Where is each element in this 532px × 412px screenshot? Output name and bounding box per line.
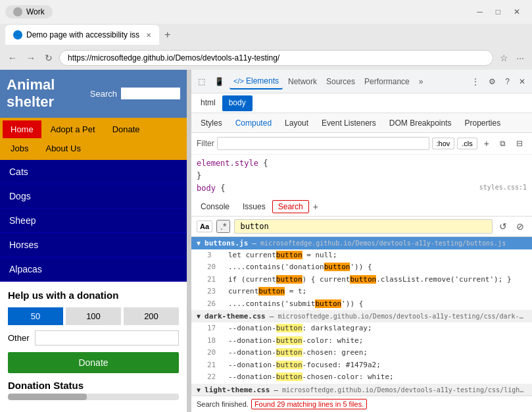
- line-number: 3: [207, 250, 223, 261]
- donation-status-title: Donation Status: [8, 380, 179, 391]
- search-refresh-btn[interactable]: ↺: [496, 220, 510, 233]
- panel-tab-computed[interactable]: Computed: [229, 116, 278, 130]
- animal-list-item[interactable]: Horses: [0, 233, 187, 257]
- result-line[interactable]: 21--donation-button-focused: #1479a2;: [191, 359, 532, 372]
- search-results[interactable]: ▼buttons.js — microsoftedge.github.io/De…: [191, 237, 532, 396]
- task-label: Work: [26, 7, 45, 16]
- nav-about-btn[interactable]: About Us: [37, 140, 88, 157]
- filter-bar: Filter :hov .cls + ⧉ ⊟: [191, 133, 532, 155]
- new-console-tab-btn[interactable]: +: [309, 200, 322, 213]
- line-number: 21: [207, 360, 223, 371]
- search-clear-btn[interactable]: ⊘: [514, 220, 527, 233]
- amount-btn[interactable]: 100: [66, 307, 121, 325]
- other-amount-input[interactable]: [35, 330, 179, 346]
- panel-tab-dom-breakpoints[interactable]: DOM Breakpoints: [383, 116, 458, 130]
- inspect-btn[interactable]: ⬚: [194, 74, 209, 89]
- devtools-toolbar: ⬚ 📱 </> Elements Network Sources Perform…: [191, 70, 532, 93]
- panel-tab-event-listeners[interactable]: Event Listeners: [315, 116, 383, 130]
- animal-list-item[interactable]: Sheep: [0, 209, 187, 233]
- star-btn[interactable]: ☆: [497, 51, 511, 64]
- filter-cls-btn[interactable]: .cls: [457, 138, 477, 149]
- new-tab-btn[interactable]: +: [159, 29, 176, 41]
- panel-tab-properties[interactable]: Properties: [458, 116, 508, 130]
- search-query-input[interactable]: [234, 219, 493, 234]
- panel-tab-layout[interactable]: Layout: [278, 116, 315, 130]
- browser-tab[interactable]: Demo page with accessibility iss ✕: [5, 25, 159, 45]
- animal-list-item[interactable]: Dogs: [0, 184, 187, 209]
- result-line[interactable]: 26....contains('submitbutton')) {: [191, 298, 532, 311]
- address-input[interactable]: [59, 50, 493, 66]
- forward-btn[interactable]: →: [24, 51, 38, 64]
- filter-pseudo-btn[interactable]: :hov: [432, 138, 455, 149]
- sources-tab-btn[interactable]: Sources: [322, 74, 359, 90]
- more-tools-btn[interactable]: »: [415, 74, 427, 90]
- tab-close-icon[interactable]: ✕: [146, 32, 151, 39]
- console-tab[interactable]: Console: [194, 199, 236, 214]
- performance-tab-btn[interactable]: Performance: [360, 74, 414, 90]
- html-breadcrumb[interactable]: html: [194, 95, 222, 111]
- issues-tab[interactable]: Issues: [236, 199, 272, 214]
- task-pill[interactable]: Work: [5, 5, 53, 18]
- body-breadcrumb[interactable]: body: [222, 95, 253, 111]
- search-finished-text: Search finished.: [197, 400, 249, 408]
- back-btn[interactable]: ←: [5, 51, 20, 64]
- minimize-btn[interactable]: ─: [470, 5, 489, 19]
- line-content: --donation-button-chosen-color: white;: [228, 372, 527, 383]
- body-selector-line: body { styles.css:1: [197, 182, 527, 195]
- result-line[interactable]: 3let currentbutton = null;: [191, 249, 532, 262]
- help-btn[interactable]: ?: [501, 74, 514, 89]
- result-line[interactable]: 20....contains('donationbutton')) {: [191, 261, 532, 274]
- result-line[interactable]: 20--donation-button-chosen: green;: [191, 347, 532, 359]
- demo-nav: Home Adopt a Pet Donate Jobs About Us: [0, 118, 187, 160]
- result-line[interactable]: 23currentbutton = t;: [191, 286, 532, 298]
- donation-scrollbar[interactable]: [8, 394, 179, 400]
- nav-jobs-btn[interactable]: Jobs: [3, 140, 36, 157]
- amount-btn[interactable]: 200: [124, 307, 179, 325]
- settings-btn[interactable]: ⚙: [485, 74, 500, 89]
- group-filename: light-theme.css: [205, 386, 270, 394]
- device-btn[interactable]: 📱: [210, 74, 228, 89]
- result-line[interactable]: 17--donation-button: darkslategray;: [191, 322, 532, 335]
- close-devtools-btn[interactable]: ✕: [515, 74, 529, 89]
- nav-home-btn[interactable]: Home: [3, 120, 41, 138]
- more-devtools-btn[interactable]: ⋮: [468, 74, 483, 89]
- result-group-header[interactable]: ▼buttons.js — microsoftedge.github.io/De…: [191, 237, 532, 249]
- dock-side-btn[interactable]: ⧉: [496, 136, 510, 151]
- case-sensitive-btn[interactable]: Aa: [197, 220, 212, 232]
- line-number: 18: [207, 336, 223, 347]
- donation-amounts: 50100200: [8, 307, 179, 325]
- result-line[interactable]: 21if (currentbutton) { currentbutton.cla…: [191, 274, 532, 286]
- nav-adopt-btn[interactable]: Adopt a Pet: [43, 120, 103, 138]
- add-style-btn[interactable]: +: [480, 136, 493, 151]
- tab-title: Demo page with accessibility iss: [26, 30, 139, 39]
- style-block: element.style { } body { styles.css:1: [191, 155, 532, 198]
- donate-button[interactable]: Donate: [8, 352, 179, 373]
- amount-btn[interactable]: 50: [8, 307, 63, 325]
- search-tab[interactable]: Search: [272, 200, 309, 213]
- group-url: microsoftedge.github.io/Demos/devtools-a…: [260, 240, 527, 247]
- filter-input[interactable]: [217, 137, 429, 150]
- result-line[interactable]: 18--donation-button-color: white;: [191, 335, 532, 348]
- dock-bottom-btn[interactable]: ⊟: [512, 136, 527, 151]
- more-btn[interactable]: ···: [514, 51, 527, 64]
- result-line[interactable]: 22--donation-button-chosen-color: white;: [191, 371, 532, 384]
- result-group-header[interactable]: ▼light-theme.css — microsoftedge.github.…: [191, 384, 532, 396]
- group-arrow-icon: ▼: [197, 313, 201, 320]
- network-tab-btn[interactable]: Network: [284, 74, 321, 90]
- other-label: Other: [8, 333, 30, 343]
- animal-list-item[interactable]: Cats: [0, 160, 187, 184]
- elements-tab-btn[interactable]: </> Elements: [230, 74, 283, 90]
- animal-list-item[interactable]: Alpacas: [0, 257, 187, 282]
- regex-btn[interactable]: .*: [216, 220, 230, 233]
- panel-tab-styles[interactable]: Styles: [194, 116, 229, 130]
- line-content: ....contains('donationbutton')) {: [228, 262, 527, 273]
- search-input[interactable]: [121, 88, 180, 99]
- match-highlight: button: [276, 348, 302, 357]
- nav-donate-btn[interactable]: Donate: [105, 120, 148, 138]
- match-highlight: button: [324, 263, 351, 271]
- refresh-btn[interactable]: ↻: [42, 51, 55, 64]
- maximize-btn[interactable]: □: [489, 5, 507, 19]
- close-btn[interactable]: ✕: [507, 5, 527, 19]
- match-highlight: button: [276, 336, 302, 345]
- result-group-header[interactable]: ▼dark-theme.css — microsoftedge.github.i…: [191, 310, 532, 322]
